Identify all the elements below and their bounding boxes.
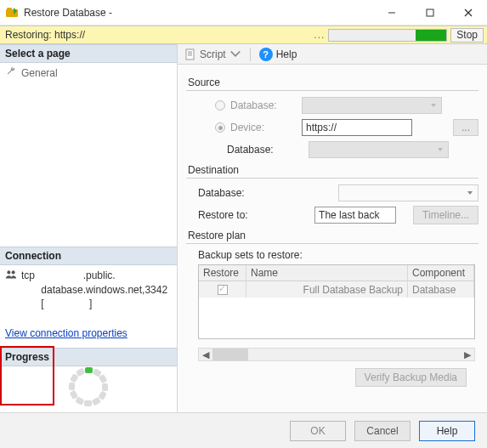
footer-help-button[interactable]: Help: [419, 421, 475, 441]
cancel-button[interactable]: Cancel: [354, 421, 411, 441]
window-title: Restore Database -: [24, 7, 112, 19]
script-button[interactable]: Script: [181, 48, 245, 61]
left-panel: Select a page General Connection tcp .pu…: [0, 44, 178, 412]
toolbar: Script ? Help: [178, 44, 487, 65]
connection-icon: [5, 269, 17, 284]
close-button[interactable]: [449, 0, 487, 26]
col-component[interactable]: Component: [408, 265, 474, 281]
source-group-title: Source: [188, 77, 479, 88]
status-ribbon: Restoring: https:// ... Stop: [0, 26, 487, 44]
restoring-label: Restoring: https://: [5, 29, 85, 41]
svg-rect-8: [186, 49, 194, 60]
svg-rect-1: [7, 8, 12, 10]
wrench-icon: [5, 65, 17, 80]
page-general-label: General: [21, 67, 58, 79]
svg-point-6: [7, 271, 10, 275]
scroll-thumb[interactable]: [212, 349, 248, 360]
restore-checkbox[interactable]: [218, 285, 228, 295]
chevron-down-icon: [229, 48, 241, 60]
connection-header: Connection: [0, 247, 177, 265]
backup-sets-grid: Restore Name Component Full Database Bac…: [198, 264, 475, 339]
source-sub-database-select[interactable]: [309, 141, 449, 158]
backup-name: Full Database Backup: [246, 281, 408, 298]
source-device-field[interactable]: https://: [302, 119, 412, 136]
source-sub-database-label: Database:: [227, 144, 303, 156]
select-page-header: Select a page: [0, 44, 177, 63]
source-device-row: Device: https:// ...: [215, 118, 479, 137]
ribbon-ellipsis: ...: [314, 29, 325, 41]
destination-database-label: Database:: [198, 187, 275, 199]
help-label: Help: [276, 48, 297, 60]
svg-rect-3: [427, 9, 433, 16]
maximize-button[interactable]: [411, 0, 449, 26]
browse-device-button[interactable]: ...: [453, 119, 479, 136]
source-device-label: Device:: [230, 122, 297, 133]
destination-database-row: Database:: [198, 184, 479, 202]
backup-row[interactable]: Full Database Backup Database: [199, 281, 474, 298]
minimize-button[interactable]: [372, 0, 411, 26]
col-name[interactable]: Name: [246, 265, 408, 281]
progress-header: Progress: [0, 348, 177, 366]
restore-plan-title: Restore plan: [188, 230, 479, 241]
page-general[interactable]: General: [0, 63, 177, 82]
help-button[interactable]: ? Help: [256, 47, 301, 62]
scroll-right-icon[interactable]: ▶: [461, 349, 474, 360]
chevron-down-icon: [435, 145, 445, 157]
grid-hscrollbar[interactable]: ◀ ▶: [198, 348, 475, 361]
dialog-footer: OK Cancel Help: [0, 412, 487, 448]
progress-spinner: [70, 368, 107, 405]
connection-info: tcp .public. database.windows.net,3342 […: [0, 265, 177, 314]
verify-backup-button: Verify Backup Media: [355, 368, 467, 387]
source-database-row: Database:: [215, 96, 479, 115]
right-panel: Script ? Help Source Database: D: [178, 44, 487, 412]
ok-button[interactable]: OK: [290, 421, 346, 441]
title-bar: Restore Database -: [0, 0, 487, 26]
restore-to-label: Restore to:: [198, 209, 275, 221]
restore-to-value: The last back: [314, 207, 396, 224]
svg-point-7: [12, 271, 15, 275]
col-restore[interactable]: Restore: [199, 265, 246, 281]
toolbar-divider: [250, 48, 251, 61]
chevron-down-icon: [465, 188, 475, 201]
source-sub-database-row: Database:: [186, 140, 479, 159]
help-icon: ?: [259, 48, 273, 61]
destination-database-select[interactable]: [338, 184, 479, 201]
restore-to-row: Restore to: The last back Timeline...: [198, 206, 479, 224]
source-database-radio[interactable]: [215, 100, 225, 111]
stop-button[interactable]: Stop: [450, 28, 484, 43]
source-database-label: Database:: [230, 99, 297, 111]
chevron-down-icon: [428, 100, 439, 113]
script-icon: [184, 48, 196, 60]
scroll-left-icon[interactable]: ◀: [199, 349, 212, 360]
connection-server: tcp .public. database.windows.net,3342 […: [21, 269, 167, 310]
destination-group-title: Destination: [188, 164, 479, 176]
source-device-radio[interactable]: [215, 122, 225, 133]
timeline-button: Timeline...: [413, 206, 479, 224]
backup-component: Database: [408, 281, 474, 298]
view-connection-properties-link[interactable]: View connection properties: [5, 327, 172, 339]
restore-plan-subtitle: Backup sets to restore:: [198, 249, 479, 261]
source-database-select: [302, 97, 442, 114]
restore-progress-bar: [328, 29, 447, 42]
script-label: Script: [200, 48, 226, 60]
app-icon: [5, 6, 19, 20]
